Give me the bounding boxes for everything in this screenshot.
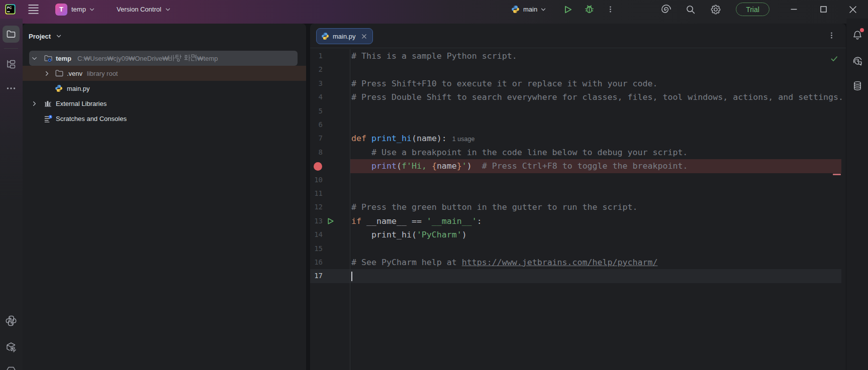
tab-label: main.py	[333, 33, 356, 40]
line-number: 14	[310, 228, 323, 241]
package-python-icon	[5, 341, 17, 353]
tool-window-database-button[interactable]	[849, 77, 866, 94]
window-minimize-button[interactable]	[788, 0, 800, 19]
line-number: 10	[310, 173, 323, 187]
tree-row-scratches-and-consoles[interactable]: Scratches and Consoles	[23, 111, 306, 126]
tab-main-py[interactable]: main.py	[316, 28, 373, 44]
project-widget[interactable]: T temp	[55, 0, 95, 19]
maximize-icon	[820, 6, 827, 13]
korean-text-batang-hwamyeon	[168, 54, 197, 62]
breakpoint-icon[interactable]	[314, 162, 322, 171]
editor-options-button[interactable]	[828, 32, 835, 39]
code-line-17: 17	[310, 269, 841, 283]
code-text: if __name__ == '__main__':	[351, 214, 482, 228]
tree-chevron-right-icon[interactable]	[31, 96, 38, 111]
code-line-3: 3# Press Shift+F10 to execute it or repl…	[310, 77, 841, 91]
chevron-right-icon	[43, 70, 51, 77]
svg-text:PC: PC	[7, 6, 12, 10]
main-menu-button[interactable]	[28, 0, 39, 19]
notification-badge	[860, 28, 864, 32]
tree-chevron-right-icon[interactable]	[43, 66, 51, 81]
code-segment-pln	[351, 161, 371, 171]
line-number: 5	[310, 104, 323, 118]
window-close-button[interactable]	[847, 0, 859, 19]
notifications-button[interactable]	[849, 27, 866, 44]
code-line-10: 10	[310, 173, 841, 187]
ai-chat-icon	[852, 55, 863, 66]
project-panel-title: Project	[29, 33, 51, 40]
hexagon-play-icon	[5, 365, 17, 370]
folder-icon	[55, 66, 64, 81]
tree-row-.venv[interactable]: .venvlibrary root	[23, 66, 306, 81]
vcs-menu-button[interactable]: Version Control	[117, 0, 171, 19]
project-panel-header[interactable]: Project	[29, 30, 62, 43]
tree-item-label: .venv	[67, 70, 82, 77]
tool-window-structure-button[interactable]	[3, 56, 20, 73]
tree-chevron-down-icon[interactable]	[31, 51, 38, 66]
tool-window-python-packages-button[interactable]	[3, 338, 20, 355]
code-text: # Use a breakpoint in the code line belo…	[351, 146, 688, 159]
code-segment-pln: (	[397, 161, 402, 171]
debug-icon	[584, 4, 595, 15]
trial-badge[interactable]: Trial	[736, 3, 769, 16]
window-maximize-button[interactable]	[817, 0, 829, 19]
debug-button[interactable]	[584, 0, 595, 19]
tree-row-text: .venvlibrary root	[67, 66, 118, 81]
python-icon	[321, 32, 329, 40]
python-icon	[511, 5, 520, 14]
line-number: 2	[310, 63, 323, 76]
tree-row-main.py[interactable]: main.py	[23, 81, 306, 96]
tool-window-ai-assistant-button[interactable]	[849, 52, 866, 69]
scratches-icon	[44, 111, 52, 126]
run-button[interactable]	[563, 0, 573, 19]
chevron-down-icon	[31, 55, 38, 62]
project-tool-window: Project tempC:₩Users₩cjy09₩OneDrive₩₩tem…	[23, 24, 306, 370]
stripe-divider	[4, 48, 18, 49]
ai-assistant-button[interactable]	[660, 0, 671, 19]
tool-window-project-button[interactable]	[3, 26, 20, 43]
tree-row-temp[interactable]: tempC:₩Users₩cjy09₩OneDrive₩₩temp	[23, 51, 306, 66]
more-tool-windows-button[interactable]	[3, 80, 20, 97]
code-segment-str: '	[462, 161, 467, 171]
code-line-12: 12# Press the green button in the gutter…	[310, 200, 841, 214]
tool-window-services-button[interactable]	[3, 363, 20, 370]
chevron-down-icon	[55, 33, 62, 40]
breakpoint-stripe-marker[interactable]	[833, 174, 841, 175]
code-line-4: 4# Press Double Shift to search everywhe…	[310, 90, 841, 104]
vcs-menu-label: Version Control	[117, 6, 161, 13]
run-config-selector[interactable]: main	[511, 0, 547, 19]
chevron-down-icon	[164, 6, 171, 13]
usage-inlay-hint[interactable]: 1 usage	[452, 136, 474, 143]
tree-row-text: Scratches and Consoles	[56, 111, 127, 126]
tree-row-external-libraries[interactable]: External Libraries	[23, 96, 306, 111]
code-text: # Press the green button in the gutter t…	[351, 200, 637, 214]
line-number: 13	[310, 214, 323, 228]
code-editor[interactable]: 1# This is a sample Python script.23# Pr…	[310, 49, 846, 370]
more-actions-button[interactable]	[607, 0, 614, 19]
code-text: # This is a sample Python script.	[351, 49, 517, 63]
search-everywhere-button[interactable]	[686, 0, 696, 19]
database-icon	[852, 80, 863, 91]
code-line-2: 2	[310, 63, 841, 77]
line-number: 15	[310, 242, 323, 256]
editor-area: main.py 1# This is a sample Python scrip…	[310, 24, 846, 370]
tool-window-python-console-button[interactable]	[3, 312, 20, 329]
path-suffix: ₩temp	[197, 55, 218, 62]
tree-item-label: External Libraries	[56, 100, 107, 107]
run-line-button[interactable]	[326, 217, 335, 225]
line-number: 11	[310, 187, 323, 200]
chevron-down-icon	[88, 6, 95, 13]
ellipsis-icon	[6, 83, 16, 93]
settings-button[interactable]	[711, 0, 721, 19]
code-text: # Press Shift+F10 to execute it or repla…	[351, 77, 657, 90]
tab-close-icon[interactable]	[361, 33, 367, 40]
code-segment-str: 'PyCharm'	[417, 230, 462, 239]
code-segment-com: # Press Double Shift to search everywher…	[351, 92, 843, 102]
code-segment-brc: }	[457, 161, 462, 171]
code-segment-pln	[366, 134, 371, 143]
tree-item-path: C:₩Users₩cjy09₩OneDrive₩₩temp	[77, 54, 218, 62]
code-segment-com: # Press Shift+F10 to execute it or repla…	[351, 79, 657, 88]
structure-icon	[6, 59, 17, 70]
code-line-5: 5	[310, 104, 841, 118]
line-number: 6	[310, 118, 323, 132]
